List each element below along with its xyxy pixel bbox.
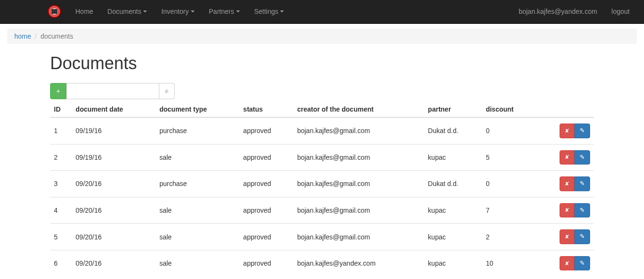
cell-actions	[536, 197, 594, 224]
table-row: 6 09/20/16 sale approved bojan.kajfes@ya…	[50, 250, 594, 276]
cell-creator: bojan.kajfes@gmail.com	[293, 224, 424, 250]
cell-type: sale	[156, 144, 239, 171]
cell-creator: bojan.kajfes@gmail.com	[293, 197, 424, 224]
navbar: Home Documents Inventory Partners Settin…	[0, 0, 644, 24]
col-actions	[536, 102, 594, 117]
caret-icon	[191, 10, 195, 12]
nav-settings-label: Settings	[254, 8, 279, 15]
breadcrumb-current: documents	[41, 32, 73, 40]
search-input[interactable]	[66, 83, 159, 99]
edit-icon	[580, 260, 585, 267]
edit-icon	[580, 180, 585, 187]
cell-creator: bojan.kajfes@yandex.com	[293, 250, 424, 276]
cell-status: approved	[239, 250, 293, 276]
breadcrumb: home / documents	[7, 29, 637, 44]
cell-discount: 0	[482, 171, 536, 197]
cell-actions	[536, 224, 594, 250]
cell-id: 1	[50, 117, 72, 144]
nav-home[interactable]: Home	[68, 0, 100, 22]
col-type: document type	[156, 102, 239, 117]
delete-button[interactable]	[560, 176, 574, 191]
cell-id: 3	[50, 171, 72, 197]
delete-icon	[565, 154, 569, 160]
cell-date: 09/20/16	[72, 197, 156, 224]
nav-documents[interactable]: Documents	[100, 0, 154, 22]
edit-button[interactable]	[574, 229, 590, 244]
nav-partners[interactable]: Partners	[202, 0, 247, 22]
add-button[interactable]: +	[50, 83, 66, 99]
col-status: status	[239, 102, 293, 117]
cell-type: purchase	[156, 171, 239, 197]
cell-actions	[536, 144, 594, 171]
delete-icon	[565, 233, 569, 240]
cell-discount: 5	[482, 144, 536, 171]
table-row: 3 09/20/16 purchase approved bojan.kajfe…	[50, 171, 594, 197]
delete-button[interactable]	[560, 256, 574, 271]
delete-button[interactable]	[560, 203, 574, 218]
cell-date: 09/20/16	[72, 171, 156, 197]
table-row: 5 09/20/16 sale approved bojan.kajfes@gm…	[50, 224, 594, 250]
cell-type: sale	[156, 250, 239, 276]
cell-partner: Dukat d.d.	[424, 117, 482, 144]
cell-partner: kupac	[424, 224, 482, 250]
delete-icon	[565, 207, 569, 213]
cell-id: 2	[50, 144, 72, 171]
caret-icon	[280, 10, 284, 12]
caret-icon	[143, 10, 147, 12]
cell-partner: kupac	[424, 250, 482, 276]
cell-id: 4	[50, 197, 72, 224]
brand-logo[interactable]	[7, 0, 68, 23]
delete-icon	[565, 260, 569, 267]
cell-partner: kupac	[424, 197, 482, 224]
edit-button[interactable]	[574, 176, 590, 191]
logo-icon	[48, 5, 61, 18]
col-creator: creator of the document	[293, 102, 424, 117]
nav-settings[interactable]: Settings	[247, 0, 291, 22]
cell-id: 5	[50, 224, 72, 250]
nav-inventory[interactable]: Inventory	[154, 0, 202, 22]
col-date: document date	[72, 102, 156, 117]
edit-button[interactable]	[574, 256, 590, 271]
cell-date: 09/20/16	[72, 250, 156, 276]
delete-button[interactable]	[560, 150, 574, 165]
cell-date: 09/20/16	[72, 224, 156, 250]
cell-status: approved	[239, 171, 293, 197]
cell-status: approved	[239, 144, 293, 171]
cell-date: 09/19/16	[72, 144, 156, 171]
cell-actions	[536, 250, 594, 276]
documents-table: ID document date document type status cr…	[50, 102, 594, 276]
edit-button[interactable]	[574, 203, 590, 218]
breadcrumb-separator: /	[31, 32, 41, 40]
col-id: ID	[50, 102, 72, 117]
delete-button[interactable]	[560, 229, 574, 244]
cell-type: sale	[156, 224, 239, 250]
cell-date: 09/19/16	[72, 117, 156, 144]
nav-user[interactable]: bojan.kajfes@yandex.com	[511, 0, 604, 22]
edit-icon	[580, 154, 585, 161]
breadcrumb-home[interactable]: home	[14, 32, 31, 40]
cell-discount: 0	[482, 117, 536, 144]
edit-icon	[580, 127, 585, 134]
edit-button[interactable]	[574, 124, 590, 138]
cell-id: 6	[50, 250, 72, 276]
cell-discount: 10	[482, 250, 536, 276]
edit-icon	[580, 233, 585, 240]
edit-icon	[580, 207, 585, 214]
cell-partner: kupac	[424, 144, 482, 171]
cell-creator: bojan.kajfes@gmail.com	[293, 117, 424, 144]
nav-logout[interactable]: logout	[604, 0, 637, 22]
nav-partners-label: Partners	[209, 8, 234, 15]
delete-button[interactable]	[560, 124, 574, 138]
search-icon	[165, 88, 168, 93]
table-row: 2 09/19/16 sale approved bojan.kajfes@gm…	[50, 144, 594, 171]
cell-status: approved	[239, 224, 293, 250]
cell-discount: 7	[482, 197, 536, 224]
cell-type: sale	[156, 197, 239, 224]
page-title: Documents	[50, 53, 594, 73]
toolbar: +	[50, 83, 594, 99]
edit-button[interactable]	[574, 150, 590, 165]
cell-actions	[536, 171, 594, 197]
nav-documents-label: Documents	[107, 8, 141, 15]
delete-icon	[565, 127, 569, 134]
search-button[interactable]	[159, 83, 175, 99]
